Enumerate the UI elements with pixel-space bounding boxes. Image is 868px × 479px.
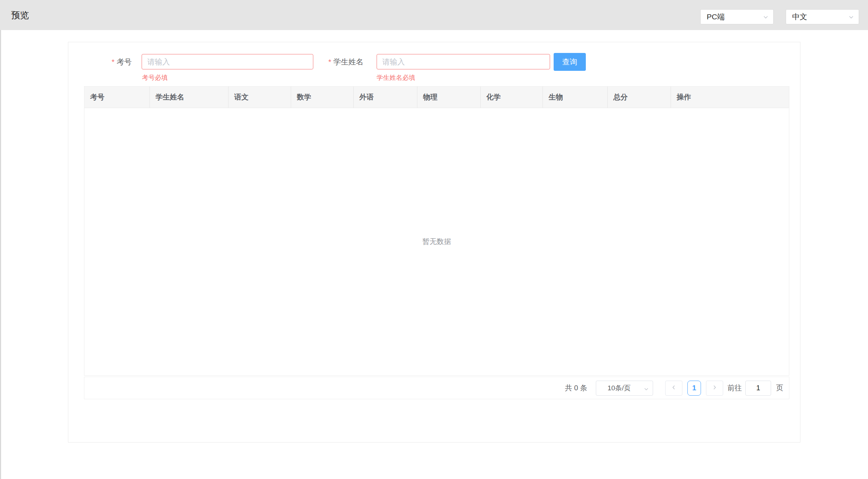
exam-no-label-text: 考号 (117, 58, 132, 66)
prev-page-button[interactable] (665, 381, 682, 396)
page-size-select[interactable]: 10条/页 (596, 381, 653, 396)
topbar: 预览 PC端 中文 (0, 0, 868, 30)
page-1-button[interactable]: 1 (687, 381, 701, 396)
chevron-right-icon (712, 384, 717, 392)
column-header-foreign-language: 外语 (354, 87, 417, 108)
platform-select[interactable]: PC端 (700, 9, 774, 24)
page-title: 预览 (11, 0, 29, 30)
empty-data-text: 暂无数据 (422, 237, 451, 246)
chevron-down-icon (643, 386, 649, 394)
results-table: 考号 学生姓名 语文 数学 外语 物理 化学 生物 总分 操作 暂无数据 (84, 86, 789, 376)
exam-no-label: *考号 (112, 54, 132, 69)
column-header-physics: 物理 (417, 87, 481, 108)
left-edge-strip (0, 30, 1, 479)
column-header-biology: 生物 (543, 87, 608, 108)
screen: 预览 PC端 中文 *考号 考号必填 *学生姓名 学生姓名必填 查询 (0, 0, 868, 479)
language-select-value: 中文 (792, 10, 807, 24)
page-unit-label: 页 (776, 383, 783, 393)
language-select[interactable]: 中文 (786, 9, 859, 24)
column-header-actions: 操作 (671, 87, 789, 108)
chevron-left-icon (671, 384, 677, 392)
exam-no-input[interactable] (142, 54, 313, 69)
column-header-chemistry: 化学 (481, 87, 543, 108)
column-header-total-score: 总分 (608, 87, 671, 108)
goto-page-input[interactable] (745, 381, 771, 396)
student-name-label: *学生姓名 (328, 54, 363, 69)
next-page-button[interactable] (706, 381, 723, 396)
column-header-math: 数学 (291, 87, 354, 108)
column-header-chinese: 语文 (229, 87, 291, 108)
student-name-error: 学生姓名必填 (377, 73, 415, 82)
required-asterisk: * (328, 58, 331, 66)
required-asterisk: * (112, 58, 114, 66)
student-name-input[interactable] (377, 54, 550, 69)
chevron-down-icon (848, 14, 854, 22)
query-button[interactable]: 查询 (554, 53, 586, 71)
content-panel: *考号 考号必填 *学生姓名 学生姓名必填 查询 考号 学生姓名 语文 数学 外… (68, 42, 800, 443)
column-header-exam-no: 考号 (84, 87, 150, 108)
total-count-text: 共 0 条 (565, 383, 587, 393)
page-size-value: 10条/页 (596, 381, 642, 395)
table-empty-body: 暂无数据 (84, 108, 789, 375)
student-name-label-text: 学生姓名 (333, 58, 363, 66)
exam-no-error: 考号必填 (142, 73, 168, 82)
table-header-row: 考号 学生姓名 语文 数学 外语 物理 化学 生物 总分 操作 (84, 87, 789, 108)
goto-label: 前往 (727, 383, 742, 393)
column-header-student-name: 学生姓名 (150, 87, 229, 108)
pagination-bar: 共 0 条 10条/页 1 前往 页 (84, 377, 789, 399)
chevron-down-icon (762, 14, 769, 22)
platform-select-value: PC端 (707, 10, 725, 24)
